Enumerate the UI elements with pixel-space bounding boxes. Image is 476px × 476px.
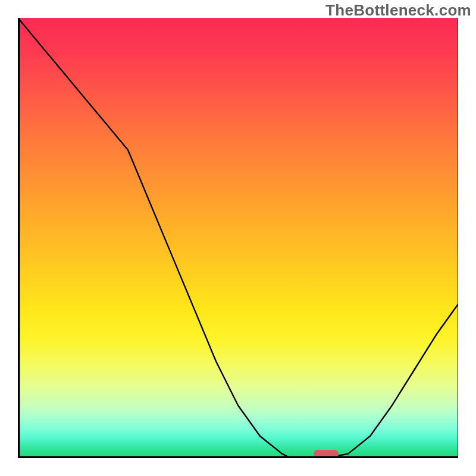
plot-area (18, 18, 458, 458)
watermark-text: TheBottleneck.com (325, 1, 471, 20)
bottleneck-curve (18, 18, 458, 458)
chart-container: TheBottleneck.com (0, 0, 476, 476)
trough-marker (314, 450, 339, 458)
